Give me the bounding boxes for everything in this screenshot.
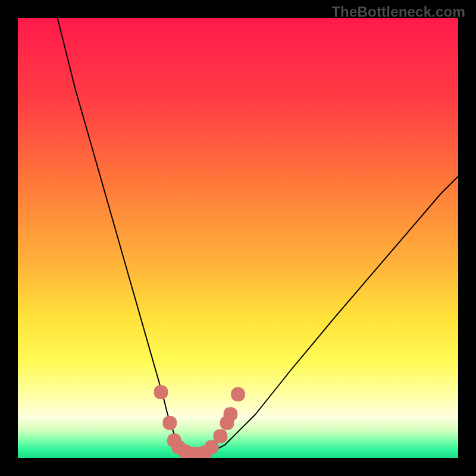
watermark-text: TheBottleneck.com (331, 4, 465, 20)
data-marker (154, 385, 168, 399)
data-marker (231, 387, 245, 402)
chart-frame: TheBottleneck.com (0, 0, 476, 476)
data-marker (224, 407, 238, 421)
data-marker (214, 429, 228, 443)
plot-area (18, 18, 458, 458)
data-marker (162, 416, 177, 430)
chart-svg (18, 18, 458, 458)
